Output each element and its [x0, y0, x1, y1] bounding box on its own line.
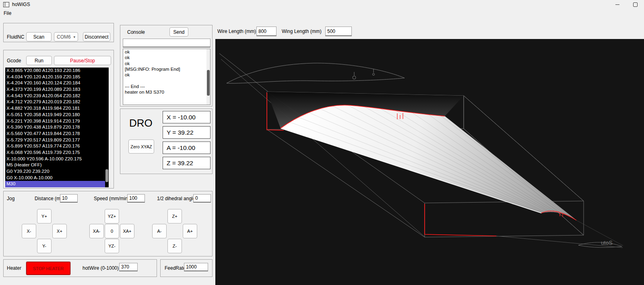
- scan-button[interactable]: Scan: [26, 32, 52, 41]
- jog-speed-label: Speed (mm/min): [94, 194, 130, 203]
- gcode-line[interactable]: X-4.373 Y20.199 A120.089 Z20.183: [5, 86, 109, 93]
- app-window: hoWiGS File FluidNC Scan COM6 ▾ Disconne…: [0, 0, 644, 285]
- gcode-line[interactable]: G0 Y39.220 Z39.220: [5, 168, 109, 175]
- jog-a-plus-button[interactable]: A+: [183, 224, 197, 238]
- feedrate-label: FeedRate: [165, 260, 186, 277]
- title-bar: hoWiGS: [0, 0, 644, 9]
- viewport-3d[interactable]: utoS: [215, 39, 644, 285]
- dro-panel: DRO Zero XYAZ X = -10.00 Y = 39.22 A = -…: [120, 109, 213, 174]
- jog-speed-input[interactable]: [127, 194, 145, 203]
- jog-dihedral-label: 1/2 dihedral angle: [157, 194, 195, 203]
- stop-heater-button[interactable]: STOP HEATER: [26, 262, 70, 275]
- maximize-button[interactable]: [626, 0, 644, 9]
- console-scrollbar-thumb[interactable]: [207, 70, 210, 96]
- gcode-line[interactable]: X-4.712 Y20.279 A120.019 Z20.182: [5, 99, 109, 105]
- window-title: hoWiGS: [12, 2, 30, 7]
- jog-distance-input[interactable]: [60, 194, 78, 203]
- gcode-line[interactable]: M5 (Heater OFF): [5, 162, 109, 168]
- gcode-panel: Gcode Run Pause/Stop X-3.865 Y20.080 A12…: [3, 50, 114, 189]
- console-line: ok: [123, 72, 210, 78]
- jog-x-plus-button[interactable]: X+: [52, 224, 67, 238]
- hotwire-label: hotWire (0-1000): [83, 260, 119, 277]
- run-button[interactable]: Run: [26, 56, 52, 65]
- wire-length-input[interactable]: [256, 27, 277, 36]
- disconnect-button[interactable]: Disconnect: [83, 32, 110, 41]
- console-line: ok: [123, 61, 210, 66]
- jog-xa-plus-button[interactable]: XA+: [120, 224, 134, 238]
- window-controls: [609, 0, 644, 9]
- jog-panel: Jog Distance (mm) Speed (mm/min) 1/2 dih…: [3, 191, 213, 256]
- send-button[interactable]: Send: [169, 27, 188, 37]
- feedrate-input[interactable]: [184, 263, 208, 271]
- airfoil-sketch-bottom: [578, 242, 622, 248]
- menu-bar: File: [0, 9, 644, 18]
- console-label: Console: [127, 27, 145, 37]
- wing-length-input[interactable]: [325, 27, 352, 36]
- zero-xyaz-button[interactable]: Zero XYAZ: [128, 139, 154, 154]
- heater-panel: Heater STOP HEATER hotWire (0-1000): [3, 259, 157, 277]
- jog-x-minus-button[interactable]: X-: [22, 224, 36, 238]
- gcode-line[interactable]: X-5.051 Y20.358 A119.949 Z20.180: [5, 112, 109, 118]
- gcode-line[interactable]: G0 X-10.000 A-10.000: [5, 175, 109, 181]
- console-line: heater on M3 S370: [123, 89, 210, 95]
- jog-label: Jog: [7, 194, 14, 203]
- gcode-line[interactable]: X-6.068 Y20.596 A119.739 Z20.175: [5, 150, 109, 156]
- jog-xa-minus-button[interactable]: XA-: [89, 224, 104, 238]
- watermark-text: utoS: [601, 240, 613, 246]
- gcode-line[interactable]: X-10.000 Y20.596 A-10.000 Z20.175: [5, 156, 109, 162]
- jog-z-minus-button[interactable]: Z-: [167, 239, 182, 253]
- gcode-scrollbar[interactable]: [105, 68, 109, 187]
- gcode-line[interactable]: X-4.034 Y20.120 A120.159 Z20.185: [5, 74, 109, 80]
- com-port-select[interactable]: COM6 ▾: [54, 32, 78, 41]
- jog-y-plus-button[interactable]: Y+: [37, 209, 52, 223]
- wing-length-label: Wing Length (mm): [282, 27, 322, 36]
- console-line: ok: [123, 55, 210, 60]
- jog-z-plus-button[interactable]: Z+: [167, 209, 182, 223]
- minimize-icon: [615, 4, 619, 5]
- gcode-scrollbar-thumb[interactable]: [105, 169, 108, 182]
- gcode-line[interactable]: X-5.221 Y20.398 A119.914 Z20.179: [5, 118, 109, 125]
- minimize-button[interactable]: [609, 0, 626, 9]
- gcode-line[interactable]: X-4.882 Y20.318 A119.984 Z20.181: [5, 105, 109, 112]
- fluidnc-label: FluidNC: [7, 32, 24, 41]
- jog-y-minus-button[interactable]: Y-: [37, 239, 52, 253]
- viewport-canvas[interactable]: utoS: [215, 39, 644, 285]
- console-scrollbar[interactable]: [206, 49, 210, 105]
- gcode-list[interactable]: X-3.865 Y20.080 A120.193 Z20.186 X-4.034…: [5, 68, 109, 187]
- com-port-value: COM6: [57, 34, 71, 40]
- heater-label: Heater: [7, 260, 21, 277]
- gcode-line[interactable]: X-5.729 Y20.517 A119.809 Z20.177: [5, 137, 109, 144]
- dro-a-value: A = -10.00: [163, 141, 211, 154]
- dro-y-value: Y = 39.22: [163, 126, 211, 139]
- maximize-icon: [633, 2, 638, 7]
- console-line: [MSG:INFO: Program End]: [123, 66, 210, 72]
- console-output[interactable]: ok ok ok [MSG:INFO: Program End] ok --- …: [123, 49, 211, 105]
- jog-a-minus-button[interactable]: A-: [152, 224, 167, 238]
- console-line: [123, 78, 210, 83]
- jog-zero-button[interactable]: 0: [105, 224, 119, 238]
- fluidnc-panel: FluidNC Scan COM6 ▾ Disconnect: [3, 23, 114, 42]
- wire-length-label: Wire Length (mm): [217, 27, 256, 36]
- hotwire-input[interactable]: [119, 263, 138, 271]
- console-input[interactable]: [123, 39, 211, 47]
- console-line: --- End ---: [123, 84, 210, 89]
- feedrate-panel: FeedRate: [160, 259, 213, 277]
- gcode-label: Gcode: [7, 56, 21, 65]
- dro-z-value: Z = 39.22: [163, 157, 211, 169]
- gcode-line[interactable]: X-3.865 Y20.080 A120.193 Z20.186: [5, 68, 109, 74]
- chevron-down-icon: ▾: [73, 35, 75, 39]
- jog-dihedral-input[interactable]: [193, 194, 211, 203]
- gcode-line[interactable]: X-5.899 Y20.557 A119.774 Z20.176: [5, 143, 109, 150]
- gcode-line[interactable]: X-4.204 Y20.160 A120.124 Z20.184: [5, 80, 109, 86]
- menu-file[interactable]: File: [0, 10, 15, 17]
- jog-yz-minus-button[interactable]: YZ-: [105, 239, 119, 253]
- gcode-line-selected[interactable]: M30: [5, 181, 109, 187]
- pause-stop-button[interactable]: Pause/Stop: [54, 56, 111, 65]
- gcode-line[interactable]: X-5.390 Y20.438 A119.879 Z20.178: [5, 124, 109, 131]
- dro-title: DRO: [129, 117, 153, 129]
- gcode-line[interactable]: X-4.543 Y20.239 A120.054 Z20.182: [5, 93, 109, 99]
- console-line: ok: [123, 49, 210, 55]
- jog-yz-plus-button[interactable]: YZ+: [105, 209, 119, 223]
- gcode-line[interactable]: X-5.560 Y20.477 A119.844 Z20.178: [5, 131, 109, 137]
- app-icon: [3, 2, 9, 7]
